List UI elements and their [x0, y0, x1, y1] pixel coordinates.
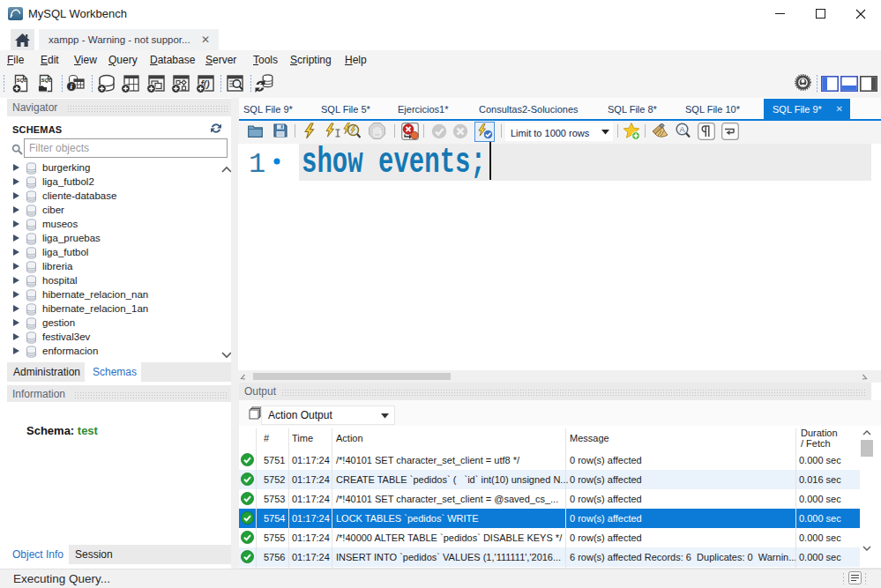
svg-text:SQL: SQL — [17, 78, 28, 83]
svg-text:A: A — [680, 125, 685, 134]
svg-text:SQL: SQL — [41, 78, 53, 83]
